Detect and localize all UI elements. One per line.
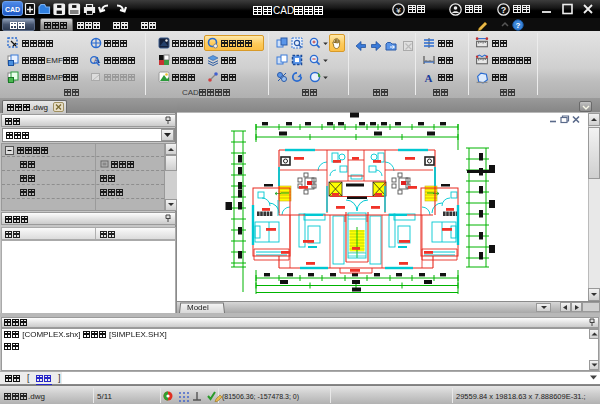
svg-text:?: ? [501, 5, 507, 15]
svg-text:¥: ¥ [395, 6, 401, 15]
svg-text:?: ? [516, 21, 521, 30]
svg-text:A: A [425, 72, 433, 84]
